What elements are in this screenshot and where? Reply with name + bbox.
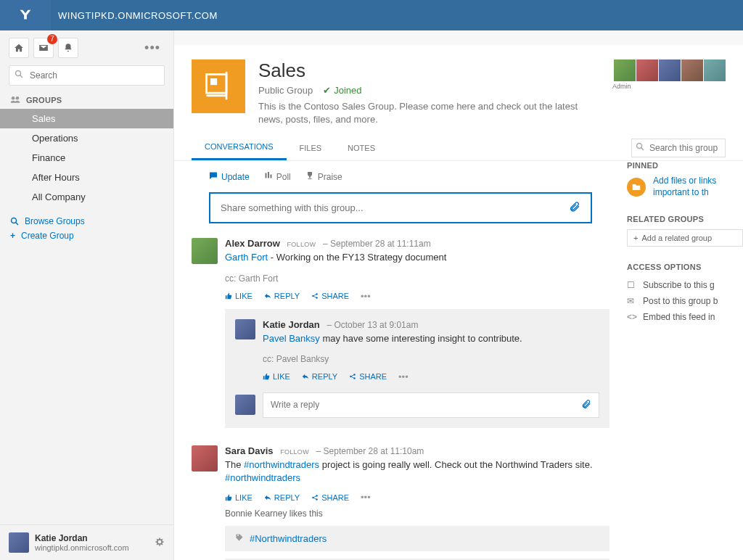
mail-icon: ✉ [627, 296, 637, 306]
member-avatar[interactable] [681, 59, 703, 81]
folder-icon [627, 178, 646, 197]
post-author[interactable]: Sara Davis [225, 445, 274, 456]
compose-input[interactable] [221, 202, 569, 213]
topic-tag[interactable]: #Northwindtraders [225, 526, 609, 551]
more-icon[interactable]: ••• [140, 41, 165, 56]
reply-author[interactable]: Katie Jordan [263, 319, 320, 330]
create-group-link[interactable]: + Create Group [10, 228, 163, 243]
reply-button[interactable]: REPLY [264, 292, 300, 300]
member-avatar[interactable] [636, 59, 658, 81]
sidebar-item-sales[interactable]: Sales [0, 109, 173, 128]
mention-link[interactable]: Garth Fort [225, 252, 268, 263]
svg-line-11 [641, 147, 644, 150]
hashtag-link[interactable]: #northwindtraders [225, 472, 300, 483]
svg-rect-7 [210, 78, 217, 85]
tab-conversations[interactable]: CONVERSATIONS [192, 135, 287, 160]
post: Alex Darrow FOLLOW – September 28 at 11:… [192, 238, 609, 427]
attach-icon[interactable] [569, 201, 580, 215]
like-button[interactable]: LIKE [225, 292, 253, 300]
reply-button[interactable]: REPLY [302, 372, 337, 381]
home-icon[interactable] [9, 38, 29, 58]
like-button[interactable]: LIKE [225, 493, 253, 502]
svg-point-10 [637, 143, 642, 148]
check-icon: ✔ [323, 85, 331, 96]
tab-files[interactable]: FILES [287, 136, 335, 160]
svg-line-28 [313, 496, 316, 498]
add-pinned-link[interactable]: Add files or links important to th [653, 176, 743, 198]
reply-text: Pavel Banksy may have some interesting i… [263, 332, 599, 345]
subscribe-option[interactable]: ☐ Subscribe to this g [627, 277, 743, 293]
follow-button[interactable]: FOLLOW [280, 448, 309, 456]
group-search-input[interactable] [631, 139, 726, 157]
more-icon[interactable]: ••• [361, 492, 371, 503]
user-email: wingtipkd.onmicrosoft.com [35, 543, 129, 552]
reply-input-box[interactable] [263, 392, 599, 418]
gear-icon[interactable] [155, 537, 165, 549]
right-rail: PINNED Add files or links important to t… [627, 161, 743, 560]
member-avatar[interactable]: Admin [614, 59, 636, 81]
like-button[interactable]: LIKE [263, 372, 290, 381]
search-input[interactable] [9, 65, 165, 86]
compose-tab-update[interactable]: Update [209, 171, 250, 182]
related-groups-header: RELATED GROUPS [627, 215, 743, 223]
more-icon[interactable]: ••• [361, 291, 371, 302]
groups-header: GROUPS [0, 90, 173, 109]
svg-line-23 [351, 375, 353, 376]
inbox-icon[interactable]: 7 [33, 38, 54, 58]
yammer-logo[interactable] [0, 0, 51, 30]
svg-line-5 [16, 223, 19, 226]
tab-notes[interactable]: NOTES [334, 136, 388, 160]
hashtag-link[interactable]: #northwindtraders [244, 459, 319, 470]
share-button[interactable]: SHARE [311, 292, 349, 300]
member-avatar[interactable] [659, 59, 681, 81]
sidebar-item-operations[interactable]: Operations [0, 128, 173, 148]
sidebar-item-all-company[interactable]: All Company [0, 187, 173, 207]
inbox-badge: 7 [47, 34, 57, 44]
more-icon[interactable]: ••• [398, 371, 409, 382]
user-name: Katie Jordan [35, 533, 129, 543]
sidebar-item-after-hours[interactable]: After Hours [0, 168, 173, 187]
follow-button[interactable]: FOLLOW [287, 241, 316, 248]
avatar[interactable] [192, 238, 218, 264]
plus-icon: + [633, 234, 638, 242]
svg-line-18 [313, 295, 316, 296]
group-logo [192, 59, 245, 113]
svg-rect-13 [268, 172, 269, 178]
svg-line-24 [351, 377, 353, 379]
browse-groups-link[interactable]: Browse Groups [10, 214, 163, 228]
add-related-group-button[interactable]: + Add a related group [627, 229, 743, 247]
avatar[interactable] [9, 532, 29, 553]
reply-block: Katie Jordan – October 13 at 9:01am Pave… [225, 309, 609, 428]
svg-rect-12 [265, 173, 266, 178]
sidebar-item-finance[interactable]: Finance [0, 148, 173, 168]
compose-tab-praise[interactable]: Praise [305, 171, 342, 182]
post-time: – September 28 at 11:11am [323, 239, 431, 249]
reply-input[interactable] [271, 400, 581, 410]
compose-box[interactable] [209, 192, 592, 223]
post: Sara Davis FOLLOW – September 28 at 11:1… [192, 445, 609, 560]
joined-indicator: ✔ Joined [323, 85, 361, 96]
svg-rect-14 [270, 175, 271, 178]
notifications-icon[interactable] [58, 38, 78, 58]
share-button[interactable]: SHARE [311, 493, 349, 502]
sidebar-user: Katie Jordan wingtipkd.onmicrosoft.com [0, 524, 173, 560]
reply-button[interactable]: REPLY [264, 493, 300, 502]
avatar[interactable] [235, 395, 255, 415]
member-avatar[interactable] [704, 59, 726, 81]
member-avatars: Admin [614, 59, 726, 126]
post-author[interactable]: Alex Darrow [225, 238, 280, 249]
reply-time: – October 13 at 9:01am [327, 320, 418, 330]
sidebar: 7 ••• GROUPS SalesOperationsFinanceAfter… [0, 30, 174, 560]
avatar[interactable] [235, 319, 255, 339]
share-button[interactable]: SHARE [349, 372, 387, 381]
mention-link[interactable]: Pavel Banksy [263, 333, 320, 344]
org-domain: WINGTIPKD.ONMICROSOFT.COM [58, 10, 218, 21]
post-by-email-option[interactable]: ✉ Post to this group b [627, 293, 743, 309]
group-description: This is the Contoso Sales Group. Please … [258, 100, 601, 126]
compose-tab-poll[interactable]: Poll [264, 171, 291, 182]
attach-icon[interactable] [581, 399, 591, 411]
post-text: The #northwindtraders project is going r… [225, 458, 609, 485]
access-options-header: ACCESS OPTIONS [627, 263, 743, 271]
embed-option[interactable]: <> Embed this feed in [627, 309, 743, 325]
avatar[interactable] [192, 445, 218, 472]
